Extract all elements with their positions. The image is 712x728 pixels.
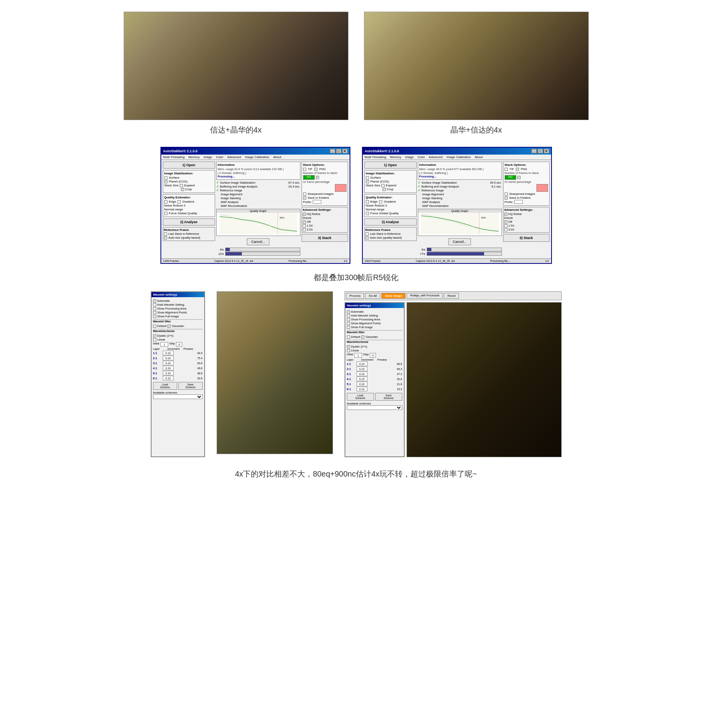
wav-right-showp-check[interactable] bbox=[347, 318, 350, 321]
wav-layer-step-5[interactable] bbox=[357, 387, 367, 391]
wav-right-step-input[interactable] bbox=[370, 353, 376, 358]
wav-left-save-btn[interactable]: SaveScheme bbox=[178, 382, 203, 390]
as-right-hq-check[interactable] bbox=[504, 213, 507, 216]
wav-layer-step-0[interactable] bbox=[357, 361, 367, 366]
as-left-close-btn[interactable]: ✕ bbox=[342, 149, 348, 153]
as-left-minimize-btn[interactable]: _ bbox=[330, 149, 335, 153]
wav-right-schemes-dropdown[interactable] bbox=[347, 405, 402, 410]
tab-do-all[interactable]: Do All bbox=[365, 293, 380, 299]
as-left-expand-radio[interactable] bbox=[180, 184, 183, 187]
wav-layer-step-4[interactable] bbox=[163, 371, 174, 375]
wav-left-load-btn[interactable]: LoadScheme bbox=[153, 382, 178, 390]
as-left-stack-btn[interactable]: 3) Stack bbox=[302, 234, 348, 242]
tab-process[interactable]: Process bbox=[346, 293, 364, 299]
as-right-prefix-input[interactable] bbox=[514, 200, 523, 204]
tab-realign[interactable]: Realign_with Processed bbox=[407, 293, 443, 299]
as-left-surface-radio[interactable] bbox=[164, 176, 167, 179]
wav-right-auto-check[interactable] bbox=[347, 310, 350, 313]
wav-right-initial-input[interactable] bbox=[354, 353, 362, 358]
wav-left-default-radio[interactable] bbox=[153, 325, 156, 328]
as-right-edge-radio[interactable] bbox=[366, 200, 369, 203]
as-left-frames-val[interactable]: 300 bbox=[303, 175, 315, 180]
as-left-1-5x-radio[interactable] bbox=[303, 224, 306, 227]
as-right-save-check[interactable] bbox=[505, 196, 508, 200]
r-menu-multithreading[interactable]: Multi-Threading bbox=[365, 155, 386, 159]
wav-left-schemes-dropdown[interactable] bbox=[153, 394, 203, 399]
as-left-autosize-check[interactable] bbox=[164, 236, 167, 239]
as-left-prefix-input[interactable] bbox=[313, 200, 321, 204]
as-right-maximize-btn[interactable]: □ bbox=[538, 149, 543, 153]
wav-right-showa-check[interactable] bbox=[347, 322, 350, 325]
as-right-stack-btn[interactable]: 3) Stack bbox=[503, 234, 550, 242]
wav-right-gaussian-radio[interactable] bbox=[361, 336, 364, 339]
wav-layer-step-2[interactable] bbox=[163, 361, 174, 365]
as-left-planet-radio[interactable] bbox=[164, 180, 167, 183]
r-menu-advanced[interactable]: Advanced bbox=[429, 155, 443, 159]
as-left-off-radio[interactable] bbox=[303, 220, 306, 224]
as-left-save-check[interactable] bbox=[303, 196, 306, 200]
as-left-maximize-btn[interactable]: □ bbox=[336, 149, 341, 153]
wav-layer-step-3[interactable] bbox=[163, 366, 174, 370]
as-left-open-btn[interactable]: 1) Open bbox=[163, 162, 215, 169]
wav-layer-step-5[interactable] bbox=[163, 376, 174, 380]
wav-right-load-btn[interactable]: LoadScheme bbox=[347, 393, 374, 401]
as-left-hq-check[interactable] bbox=[303, 213, 306, 216]
as-right-force-check[interactable] bbox=[366, 212, 369, 215]
as-left-edge-radio[interactable] bbox=[164, 200, 167, 203]
as-left-force-check[interactable] bbox=[164, 212, 167, 215]
as-right-frames-val[interactable]: 300 bbox=[505, 175, 516, 180]
as-right-sharpened-check[interactable] bbox=[505, 193, 508, 196]
as-left-tif-check[interactable] bbox=[303, 168, 306, 171]
wav-left-showp-check[interactable] bbox=[153, 307, 156, 310]
wav-layer-step-1[interactable] bbox=[163, 356, 174, 360]
wav-left-linear-radio[interactable] bbox=[153, 338, 156, 341]
menu-about[interactable]: About bbox=[273, 155, 281, 159]
wav-right-hold-check[interactable] bbox=[347, 314, 350, 317]
tab-reset[interactable]: Reset bbox=[444, 293, 459, 299]
wav-left-dyadic-radio[interactable] bbox=[153, 334, 156, 337]
wav-left-initial-input[interactable] bbox=[160, 342, 168, 347]
as-right-autosize-check[interactable] bbox=[365, 236, 369, 239]
wav-left-hold-check[interactable] bbox=[153, 303, 156, 306]
as-left-crop-radio[interactable] bbox=[181, 188, 184, 191]
as-left-3-0x-radio[interactable] bbox=[303, 228, 306, 231]
as-right-analyse-btn[interactable]: 2) Analyse bbox=[364, 219, 417, 225]
as-left-cancel-btn[interactable]: Cancel... bbox=[247, 238, 269, 245]
as-right-surface-radio[interactable] bbox=[366, 176, 369, 179]
as-right-laststack-check[interactable] bbox=[365, 232, 369, 236]
as-right-expand-radio[interactable] bbox=[381, 184, 384, 187]
wav-left-gaussian-radio[interactable] bbox=[167, 325, 171, 328]
wav-left-step-input[interactable] bbox=[176, 342, 182, 347]
menu-advanced[interactable]: Advanced bbox=[227, 155, 241, 159]
r-menu-about[interactable]: About bbox=[475, 155, 483, 159]
r-menu-calibration[interactable]: Image Calibration bbox=[447, 155, 471, 159]
as-right-png-check[interactable] bbox=[516, 168, 519, 171]
as-right-frames-check[interactable] bbox=[517, 176, 521, 179]
menu-color[interactable]: Color bbox=[216, 155, 223, 159]
menu-image[interactable]: Image bbox=[203, 155, 212, 159]
r-menu-image[interactable]: Image bbox=[405, 155, 414, 159]
as-left-gradient-radio[interactable] bbox=[178, 200, 181, 203]
as-right-open-btn[interactable]: 1) Open bbox=[364, 162, 417, 169]
as-right-crop-radio[interactable] bbox=[383, 188, 386, 191]
as-right-gradient-radio[interactable] bbox=[379, 200, 382, 203]
wav-layer-step-0[interactable] bbox=[163, 351, 174, 355]
wav-left-showa-check[interactable] bbox=[153, 311, 156, 314]
r-menu-color[interactable]: Color bbox=[417, 155, 425, 159]
as-right-planet-radio[interactable] bbox=[366, 180, 369, 183]
as-right-close-btn[interactable]: ✕ bbox=[544, 149, 549, 153]
as-right-minimize-btn[interactable]: _ bbox=[531, 149, 537, 153]
wav-layer-step-4[interactable] bbox=[357, 382, 367, 386]
menu-multithreading[interactable]: Multi-Threading bbox=[163, 155, 185, 159]
wav-layer-step-1[interactable] bbox=[357, 367, 367, 371]
as-right-off-radio[interactable] bbox=[504, 220, 507, 224]
wav-layer-step-3[interactable] bbox=[357, 377, 367, 381]
as-right-3-0x-radio[interactable] bbox=[504, 228, 507, 231]
wav-right-linear-radio[interactable] bbox=[347, 349, 350, 352]
wav-layer-step-2[interactable] bbox=[357, 372, 367, 376]
wav-left-auto-check[interactable] bbox=[153, 299, 156, 303]
as-right-1-5x-radio[interactable] bbox=[504, 224, 507, 227]
as-right-tif-check[interactable] bbox=[505, 168, 508, 171]
as-right-cancel-btn[interactable]: Cancel... bbox=[448, 238, 471, 245]
as-left-frames-check[interactable] bbox=[316, 176, 319, 179]
